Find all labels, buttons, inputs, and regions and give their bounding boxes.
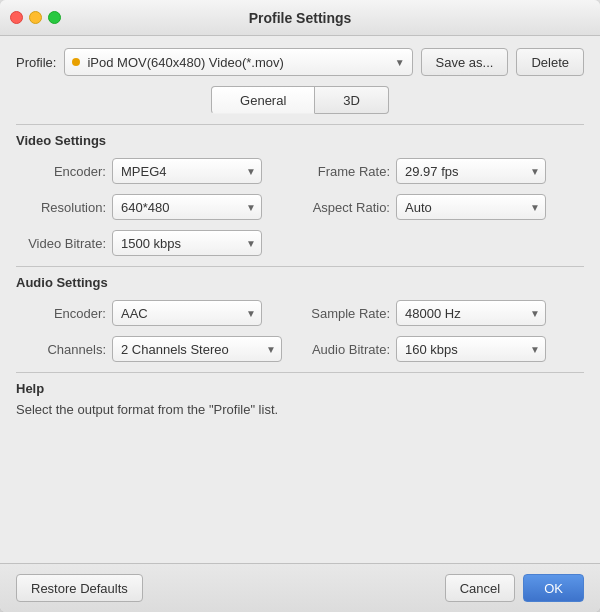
frame-rate-select[interactable]: 29.97 fps [396, 158, 546, 184]
audio-encoder-field-group: Encoder: AAC ▼ [16, 300, 300, 326]
channels-select-wrapper: 2 Channels Stereo ▼ [112, 336, 282, 362]
encoder-select-wrapper: MPEG4 ▼ [112, 158, 262, 184]
video-settings-title: Video Settings [16, 133, 584, 148]
video-bitrate-field-group: Video Bitrate: 1500 kbps ▼ [16, 230, 300, 256]
frame-rate-field-group: Frame Rate: 29.97 fps ▼ [300, 158, 584, 184]
help-title: Help [16, 381, 584, 396]
title-bar: Profile Settings [0, 0, 600, 36]
window: Profile Settings Profile: iPod MOV(640x4… [0, 0, 600, 612]
minimize-button[interactable] [29, 11, 42, 24]
sample-rate-label: Sample Rate: [300, 306, 390, 321]
delete-button[interactable]: Delete [516, 48, 584, 76]
channels-label: Channels: [16, 342, 106, 357]
profile-select-container: iPod MOV(640x480) Video(*.mov) ▼ [64, 48, 412, 76]
video-bitrate-label: Video Bitrate: [16, 236, 106, 251]
maximize-button[interactable] [48, 11, 61, 24]
tab-3d[interactable]: 3D [315, 86, 389, 114]
encoder-label: Encoder: [16, 164, 106, 179]
video-fields-grid: Encoder: MPEG4 ▼ Frame Rate: 29.97 fps [16, 158, 584, 256]
channels-select[interactable]: 2 Channels Stereo [112, 336, 282, 362]
aspect-ratio-field-group: Aspect Ratio: Auto ▼ [300, 194, 584, 220]
video-bitrate-select-wrapper: 1500 kbps ▼ [112, 230, 262, 256]
tabs-row: General 3D [16, 86, 584, 114]
audio-bitrate-label: Audio Bitrate: [300, 342, 390, 357]
audio-bitrate-field-group: Audio Bitrate: 160 kbps ▼ [300, 336, 584, 362]
audio-settings-title: Audio Settings [16, 275, 584, 290]
audio-settings-section: Audio Settings Encoder: AAC ▼ Sample Rat… [16, 266, 584, 362]
window-title: Profile Settings [249, 10, 352, 26]
sample-rate-field-group: Sample Rate: 48000 Hz ▼ [300, 300, 584, 326]
sample-rate-select-wrapper: 48000 Hz ▼ [396, 300, 546, 326]
bottom-bar: Restore Defaults Cancel OK [0, 563, 600, 612]
channels-field-group: Channels: 2 Channels Stereo ▼ [16, 336, 300, 362]
video-settings-section: Video Settings Encoder: MPEG4 ▼ Frame Ra… [16, 124, 584, 256]
encoder-field-group: Encoder: MPEG4 ▼ [16, 158, 300, 184]
encoder-select[interactable]: MPEG4 [112, 158, 262, 184]
profile-select[interactable]: iPod MOV(640x480) Video(*.mov) [64, 48, 412, 76]
frame-rate-label: Frame Rate: [300, 164, 390, 179]
close-button[interactable] [10, 11, 23, 24]
aspect-ratio-select-wrapper: Auto ▼ [396, 194, 546, 220]
aspect-ratio-select[interactable]: Auto [396, 194, 546, 220]
audio-bitrate-select[interactable]: 160 kbps [396, 336, 546, 362]
resolution-field-group: Resolution: 640*480 ▼ [16, 194, 300, 220]
resolution-select[interactable]: 640*480 [112, 194, 262, 220]
video-bitrate-select[interactable]: 1500 kbps [112, 230, 262, 256]
resolution-label: Resolution: [16, 200, 106, 215]
cancel-button[interactable]: Cancel [445, 574, 515, 602]
profile-row: Profile: iPod MOV(640x480) Video(*.mov) … [16, 48, 584, 76]
bottom-right-buttons: Cancel OK [445, 574, 584, 602]
audio-encoder-select-wrapper: AAC ▼ [112, 300, 262, 326]
aspect-ratio-label: Aspect Ratio: [300, 200, 390, 215]
sample-rate-select[interactable]: 48000 Hz [396, 300, 546, 326]
help-section: Help Select the output format from the "… [16, 372, 584, 417]
profile-label: Profile: [16, 55, 56, 70]
audio-fields-grid: Encoder: AAC ▼ Sample Rate: 48000 Hz [16, 300, 584, 362]
help-text: Select the output format from the "Profi… [16, 402, 584, 417]
resolution-select-wrapper: 640*480 ▼ [112, 194, 262, 220]
frame-rate-select-wrapper: 29.97 fps ▼ [396, 158, 546, 184]
audio-bitrate-select-wrapper: 160 kbps ▼ [396, 336, 546, 362]
tab-general[interactable]: General [211, 86, 315, 114]
restore-defaults-button[interactable]: Restore Defaults [16, 574, 143, 602]
ok-button[interactable]: OK [523, 574, 584, 602]
audio-encoder-label: Encoder: [16, 306, 106, 321]
save-as-button[interactable]: Save as... [421, 48, 509, 76]
main-content: Profile: iPod MOV(640x480) Video(*.mov) … [0, 36, 600, 563]
window-controls [10, 11, 61, 24]
audio-encoder-select[interactable]: AAC [112, 300, 262, 326]
